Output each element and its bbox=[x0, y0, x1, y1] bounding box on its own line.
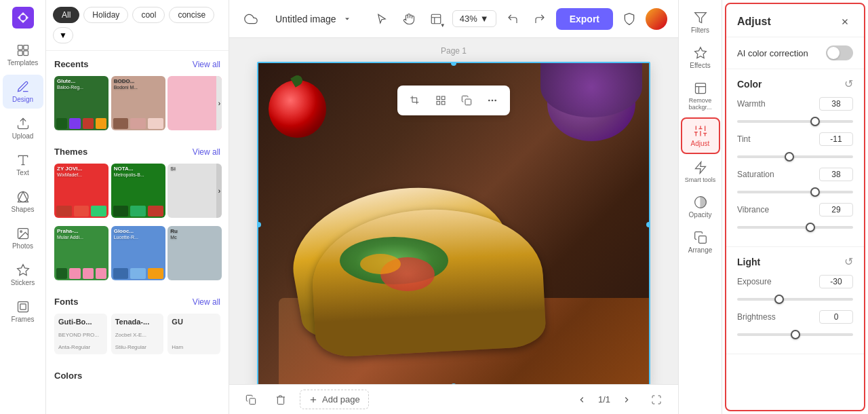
rs-effects[interactable]: Effects bbox=[681, 41, 720, 75]
undo-button[interactable] bbox=[502, 8, 524, 30]
warmth-label: Warmth bbox=[737, 99, 766, 109]
font-tenada-sub1: Zocbel X-E... bbox=[115, 332, 160, 338]
hand-tool[interactable] bbox=[398, 8, 420, 30]
svg-rect-4 bbox=[18, 51, 22, 56]
next-page-button[interactable] bbox=[616, 389, 637, 411]
page-counter: 1/1 bbox=[598, 394, 610, 404]
sidebar-item-frames-label: Frames bbox=[12, 316, 35, 323]
sidebar-item-templates[interactable]: Templates bbox=[3, 38, 43, 72]
font-card-tenada[interactable]: Tenada-... Zocbel X-E... Stilu-Regular bbox=[111, 314, 164, 354]
themes-section: Themes View all ZY JOVI...WixMadef... NO… bbox=[46, 138, 229, 288]
cloud-icon[interactable] bbox=[240, 8, 262, 30]
delete-page-button[interactable] bbox=[270, 389, 292, 411]
canvas-area: Page 1 bbox=[229, 38, 678, 384]
more-tool[interactable] bbox=[481, 90, 503, 111]
colors-section: Colors bbox=[46, 362, 229, 388]
warmth-value-input[interactable] bbox=[819, 97, 853, 111]
rs-arrange-label: Arrange bbox=[688, 246, 713, 254]
brightness-slider-row: Brightness bbox=[737, 310, 853, 339]
font-card-guti[interactable]: Guti-Bo... BEYOND PRO... Anta-Regular bbox=[54, 314, 107, 354]
svg-marker-28 bbox=[694, 13, 706, 23]
left-sidebar: Templates Design Upload Text Shapes Phot… bbox=[0, 0, 46, 414]
saturation-value-input[interactable] bbox=[819, 168, 853, 181]
vibrance-label: Vibrance bbox=[737, 205, 769, 214]
export-button[interactable]: Export bbox=[556, 8, 613, 30]
color-reset-icon[interactable]: ↺ bbox=[844, 77, 853, 90]
template-card-gluten[interactable]: Glute...Baloo-Reg... bbox=[54, 76, 108, 130]
fullscreen-button[interactable] bbox=[646, 389, 667, 411]
recents-title: Recents bbox=[54, 59, 89, 69]
svg-rect-5 bbox=[23, 51, 28, 56]
ai-correction-toggle[interactable] bbox=[826, 45, 853, 60]
user-avatar[interactable] bbox=[646, 8, 667, 30]
doc-title-dropdown[interactable] bbox=[340, 12, 354, 26]
duplicate-page-button[interactable] bbox=[240, 389, 262, 411]
grid-tool[interactable] bbox=[430, 90, 452, 111]
light-reset-icon[interactable]: ↺ bbox=[844, 255, 853, 268]
svg-point-9 bbox=[18, 192, 28, 202]
font-card-gu[interactable]: GU Ham bbox=[167, 314, 220, 354]
handle-right[interactable] bbox=[646, 222, 650, 227]
crop-tool[interactable] bbox=[404, 90, 426, 111]
sidebar-item-text[interactable]: Text bbox=[3, 148, 43, 182]
exposure-label: Exposure bbox=[737, 277, 772, 286]
zoom-control[interactable]: 43% ▼ bbox=[452, 10, 496, 27]
sidebar-item-frames[interactable]: Frames bbox=[3, 295, 43, 328]
add-page-button[interactable]: Add page bbox=[300, 390, 369, 409]
theme-card-praho[interactable]: Praha-...Mular Addi... bbox=[54, 226, 108, 280]
themes-view-all[interactable]: View all bbox=[193, 147, 220, 157]
theme-nota-label: NOTA...Metropolis-B... bbox=[114, 166, 144, 178]
rs-adjust[interactable]: Adjust bbox=[681, 117, 720, 154]
theme-card-ru[interactable]: RuMc bbox=[167, 226, 222, 280]
theme-card-si[interactable]: Si › bbox=[167, 164, 222, 218]
select-tool[interactable] bbox=[371, 8, 393, 30]
font-tenada-name: Tenada-... bbox=[115, 318, 160, 326]
fonts-view-all[interactable]: View all bbox=[193, 297, 220, 307]
saturation-slider[interactable] bbox=[737, 191, 853, 193]
font-guti-sub1: BEYOND PRO... bbox=[58, 332, 103, 338]
filter-dropdown[interactable]: ▼ bbox=[53, 27, 73, 43]
sidebar-item-stickers[interactable]: Stickers bbox=[3, 258, 43, 292]
handle-bottom[interactable] bbox=[451, 383, 456, 384]
warmth-slider[interactable] bbox=[737, 120, 853, 123]
adjust-close-button[interactable] bbox=[837, 14, 853, 30]
sidebar-item-photos[interactable]: Photos bbox=[3, 221, 43, 255]
rs-filters[interactable]: Filters bbox=[681, 5, 720, 39]
layout-tool[interactable]: ▼ bbox=[425, 8, 447, 30]
tint-slider[interactable] bbox=[737, 155, 853, 158]
filter-concise[interactable]: concise bbox=[169, 7, 214, 23]
sidebar-item-shapes[interactable]: Shapes bbox=[3, 185, 43, 219]
vibrance-value-input[interactable] bbox=[819, 203, 853, 217]
theme-card-zy[interactable]: ZY JOVI...WixMadef... bbox=[54, 164, 108, 218]
rs-arrange[interactable]: Arrange bbox=[681, 225, 720, 259]
filter-all[interactable]: All bbox=[53, 7, 79, 23]
vibrance-slider-row: Vibrance bbox=[737, 203, 853, 231]
filter-holiday[interactable]: Holiday bbox=[83, 7, 128, 23]
colors-title: Colors bbox=[54, 371, 82, 381]
recents-view-all[interactable]: View all bbox=[193, 60, 220, 69]
rs-opacity[interactable]: Opacity bbox=[681, 190, 720, 224]
exposure-slider[interactable] bbox=[737, 298, 853, 301]
copy-tool[interactable] bbox=[456, 90, 477, 111]
vibrance-slider[interactable] bbox=[737, 226, 853, 229]
adjust-panel-container: Adjust AI color correction Color ↺ Warmt… bbox=[722, 0, 868, 414]
theme-card-glooc[interactable]: Glooc...Lucette-R... bbox=[111, 226, 165, 280]
brightness-value-input[interactable] bbox=[819, 310, 853, 324]
filter-cool[interactable]: cool bbox=[132, 7, 165, 23]
exposure-value-input[interactable] bbox=[819, 275, 853, 288]
svg-rect-25 bbox=[250, 398, 256, 404]
tint-value-input[interactable] bbox=[819, 132, 853, 146]
redo-button[interactable] bbox=[529, 8, 551, 30]
theme-card-nota[interactable]: NOTA...Metropolis-B... bbox=[111, 164, 165, 218]
prev-page-button[interactable] bbox=[571, 389, 593, 411]
brightness-slider[interactable] bbox=[737, 333, 853, 336]
rs-smart-tools[interactable]: Smart tools bbox=[681, 155, 720, 189]
color-section-header: Color ↺ bbox=[737, 77, 853, 90]
template-card-pink[interactable]: › bbox=[167, 76, 222, 130]
svg-point-23 bbox=[492, 100, 494, 102]
template-card-bodo[interactable]: BODO...Bodoni M... bbox=[111, 76, 165, 130]
rs-remove-bg[interactable]: Remove backgr... bbox=[681, 76, 720, 116]
shield-button[interactable] bbox=[618, 8, 640, 30]
sidebar-item-upload[interactable]: Upload bbox=[3, 111, 43, 145]
sidebar-item-design[interactable]: Design bbox=[3, 75, 43, 109]
